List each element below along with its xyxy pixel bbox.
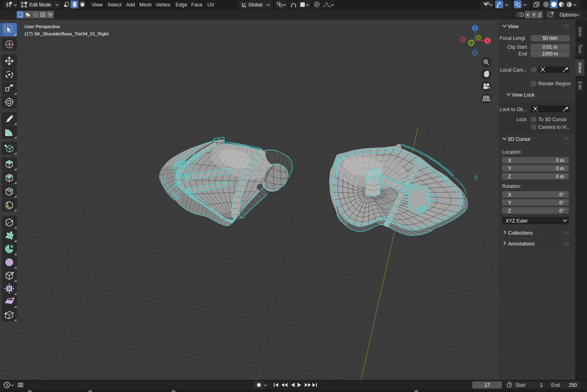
svg-text:Z: Z: [538, 12, 541, 17]
svg-text:Z: Z: [474, 26, 476, 31]
svg-text:250: 250: [569, 382, 577, 388]
svg-text:To 3D Cursor: To 3D Cursor: [538, 117, 567, 122]
svg-text:0 m: 0 m: [556, 174, 564, 179]
svg-text:50 mm: 50 mm: [543, 35, 558, 41]
svg-text:View: View: [508, 24, 519, 29]
svg-text:Lock: Lock: [517, 117, 527, 122]
svg-text:3D Cursor: 3D Cursor: [508, 136, 531, 142]
svg-text:XYZ Euler: XYZ Euler: [506, 218, 528, 224]
svg-text:X: X: [526, 12, 529, 17]
svg-text:View Lock: View Lock: [512, 92, 535, 98]
svg-text:0 m: 0 m: [556, 158, 564, 163]
svg-text:Y: Y: [508, 166, 511, 171]
svg-text:Y: Y: [508, 200, 511, 206]
svg-text:UV: UV: [207, 2, 215, 8]
svg-text:User Perspective: User Perspective: [25, 24, 60, 29]
svg-text:1: 1: [540, 382, 543, 388]
svg-text:Start: Start: [515, 382, 526, 388]
svg-text:Collections: Collections: [508, 230, 533, 236]
svg-text:Edit Mode: Edit Mode: [29, 2, 51, 8]
svg-text:0 m: 0 m: [556, 166, 564, 171]
svg-text:0°: 0°: [560, 192, 564, 198]
svg-text:Y: Y: [532, 12, 535, 17]
svg-text:Local Cam...: Local Cam...: [500, 67, 527, 73]
svg-text:0°: 0°: [560, 208, 564, 214]
svg-text:1000 m: 1000 m: [542, 51, 558, 57]
svg-text:End: End: [551, 382, 560, 388]
svg-text:Add: Add: [126, 2, 135, 8]
svg-text:Edge: Edge: [176, 2, 187, 8]
svg-text:0°: 0°: [560, 200, 564, 206]
svg-text:(17) SK_ShoulderBase_Tier04_01: (17) SK_ShoulderBase_Tier04_01_Right: [25, 31, 109, 36]
svg-text:Rotation:: Rotation:: [502, 184, 521, 189]
svg-text:Face: Face: [191, 2, 203, 8]
svg-text:View: View: [92, 2, 103, 8]
svg-text:X: X: [486, 39, 489, 43]
svg-text:Render Region: Render Region: [538, 81, 571, 87]
svg-text:Z: Z: [508, 174, 511, 179]
svg-text:Clip Start: Clip Start: [507, 44, 527, 50]
svg-text:Global: Global: [248, 2, 262, 8]
svg-text:End: End: [519, 51, 527, 57]
svg-text:X: X: [508, 192, 511, 198]
svg-text:Lock to Ob...: Lock to Ob...: [500, 107, 527, 112]
svg-text:Camera to Vi...: Camera to Vi...: [538, 124, 570, 130]
svg-text:Z: Z: [508, 208, 511, 214]
svg-text:X: X: [508, 158, 511, 163]
svg-text:Location:: Location:: [502, 149, 522, 155]
svg-text:Annotations: Annotations: [508, 241, 535, 247]
svg-text:0.01 m: 0.01 m: [543, 44, 558, 50]
svg-text:Vertex: Vertex: [156, 2, 170, 8]
svg-text:Mesh: Mesh: [139, 2, 152, 8]
svg-text:Options: Options: [560, 12, 576, 18]
svg-text:17: 17: [484, 382, 490, 388]
svg-text:Select: Select: [107, 2, 122, 8]
svg-text:Y: Y: [477, 35, 480, 40]
svg-text:Focal Lengt: Focal Lengt: [500, 35, 525, 41]
